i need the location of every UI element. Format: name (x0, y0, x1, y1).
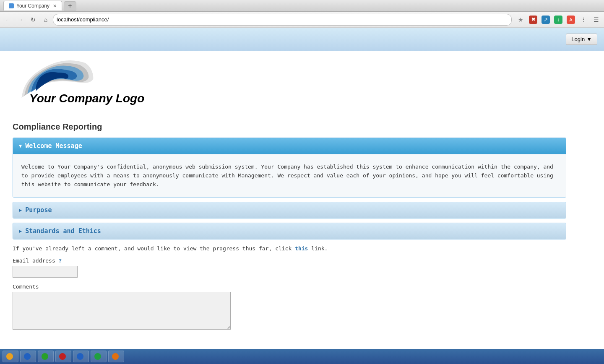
welcome-accordion: ▼ Welcome Message Welcome to Your Compan… (13, 138, 566, 198)
page-header-bar: Login ▼ (0, 28, 604, 51)
browser-toolbar: ← → ↻ ⌂ ★ ✖ ↗ ↓ A ⋮ ☰ (0, 12, 604, 28)
login-button[interactable]: Login ▼ (566, 34, 597, 45)
welcome-body-text: Welcome to Your Company's confidential, … (21, 163, 557, 189)
bottom-text-post: link. (308, 245, 328, 252)
comments-label-text: Comments (13, 283, 39, 290)
page-content: Your Company Logo Compliance Reporting ▼… (0, 51, 579, 338)
standards-arrow-icon: ▶ (19, 228, 22, 234)
browser-tab[interactable]: Your Company ✕ (3, 1, 62, 10)
email-help-icon[interactable]: ? (59, 257, 62, 264)
bookmark-star-icon[interactable]: ★ (515, 14, 526, 25)
bottom-instruction-text: If you've already left a comment, and wo… (13, 245, 566, 252)
tab-favicon (9, 3, 14, 8)
new-tab-icon: + (68, 2, 72, 10)
extension-red-icon[interactable]: ✖ (528, 14, 539, 25)
forward-button[interactable]: → (15, 14, 26, 25)
translate-badge: A (567, 16, 575, 24)
new-tab-button[interactable]: + (64, 1, 76, 10)
standards-accordion: ▶ Standards and Ethics (13, 223, 566, 239)
address-bar[interactable] (57, 16, 508, 23)
welcome-arrow-icon: ▼ (19, 143, 22, 149)
home-button[interactable]: ⌂ (40, 14, 51, 25)
comments-textarea[interactable] (13, 292, 231, 330)
red-ext-badge: ✖ (529, 16, 537, 24)
back-button[interactable]: ← (3, 14, 13, 25)
toolbar-icons-right: ★ ✖ ↗ ↓ A ⋮ ☰ (515, 14, 601, 25)
download-icon[interactable]: ↓ (553, 14, 564, 25)
purpose-arrow-icon: ▶ (19, 207, 22, 213)
menu-icon[interactable]: ☰ (591, 14, 601, 25)
purpose-accordion: ▶ Purpose (13, 202, 566, 218)
logo-area: Your Company Logo (13, 59, 566, 114)
tab-title: Your Company (16, 3, 49, 9)
apps-icon[interactable]: ⋮ (578, 14, 589, 25)
logo-text: Your Company Logo (29, 92, 144, 105)
extension-blue-icon[interactable]: ↗ (540, 14, 551, 25)
email-label-text: Email address (13, 257, 55, 264)
email-input[interactable] (13, 266, 78, 278)
page-title: Compliance Reporting (13, 122, 566, 132)
standards-accordion-header[interactable]: ▶ Standards and Ethics (13, 223, 566, 239)
bottom-text-pre: If you've already left a comment, and wo… (13, 245, 295, 252)
translate-icon[interactable]: A (565, 14, 576, 25)
purpose-accordion-label: Purpose (25, 206, 52, 214)
standards-accordion-label: Standards and Ethics (25, 227, 101, 235)
comments-label: Comments (13, 283, 566, 290)
reload-button[interactable]: ↻ (28, 14, 39, 25)
logo-graphic: Your Company Logo (13, 59, 105, 114)
email-label: Email address ? (13, 257, 566, 264)
tab-close-icon[interactable]: ✕ (53, 3, 57, 9)
address-bar-wrap (53, 14, 512, 26)
this-link[interactable]: this (295, 245, 308, 252)
welcome-accordion-header[interactable]: ▼ Welcome Message (13, 138, 566, 154)
browser-titlebar: Your Company ✕ + (0, 0, 604, 12)
welcome-accordion-label: Welcome Message (25, 142, 82, 150)
login-label: Login (571, 36, 585, 42)
blue-ext-badge: ↗ (542, 16, 550, 24)
download-badge: ↓ (554, 16, 562, 24)
welcome-accordion-body: Welcome to Your Company's confidential, … (13, 154, 566, 197)
purpose-accordion-header[interactable]: ▶ Purpose (13, 202, 566, 218)
login-arrow-icon: ▼ (586, 36, 592, 42)
